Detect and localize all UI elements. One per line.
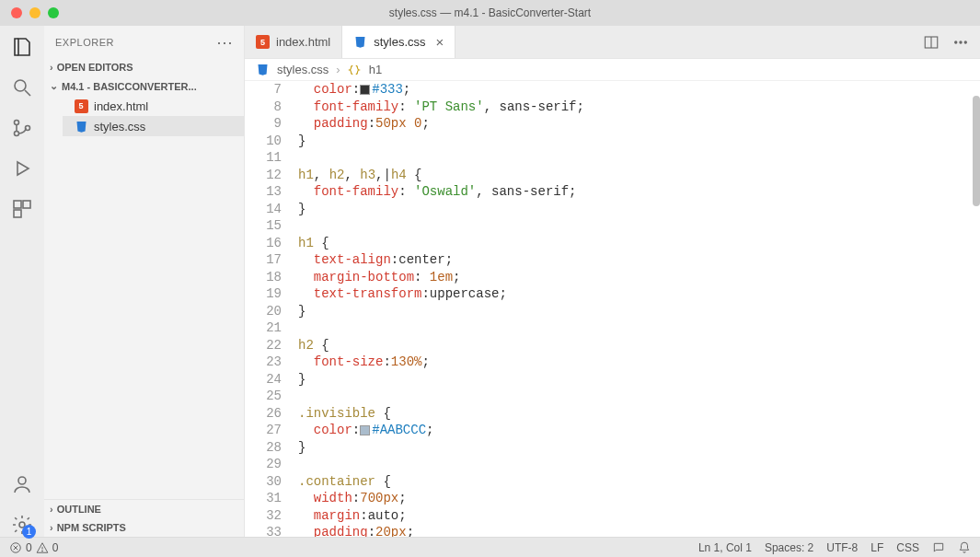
- run-debug-icon[interactable]: [10, 157, 34, 180]
- status-eol[interactable]: LF: [870, 541, 883, 554]
- title-bar: styles.css — m4.1 - BasicConverter-Start: [0, 0, 980, 26]
- tab-label: styles.css: [374, 35, 425, 49]
- svg-rect-8: [14, 210, 21, 217]
- sidebar-title: EXPLORER: [55, 37, 114, 48]
- tab-styles-css[interactable]: styles.css ×: [342, 26, 455, 58]
- status-cursor-position[interactable]: Ln 1, Col 1: [698, 541, 752, 554]
- code-content[interactable]: color:#333; font-family: 'PT Sans', sans…: [298, 81, 980, 537]
- file-label: styles.css: [94, 120, 145, 133]
- editor-group: 5 index.html styles.css ×: [245, 26, 980, 537]
- npm-scripts-label: NPM SCRIPTS: [57, 522, 126, 533]
- chevron-down-icon: ⌄: [50, 80, 58, 92]
- breadcrumb-symbol[interactable]: h1: [369, 63, 382, 76]
- outline-section[interactable]: › OUTLINE: [44, 500, 244, 518]
- account-icon[interactable]: [10, 472, 34, 496]
- status-encoding[interactable]: UTF-8: [826, 541, 858, 554]
- symbol-icon: [348, 63, 362, 76]
- notifications-icon[interactable]: [958, 541, 971, 554]
- svg-point-14: [960, 41, 962, 42]
- breadcrumb-file[interactable]: styles.css: [277, 63, 329, 76]
- chevron-right-icon: ›: [50, 522, 53, 533]
- css-file-icon: [256, 63, 270, 76]
- svg-point-15: [964, 41, 966, 42]
- explorer-icon[interactable]: [10, 35, 34, 59]
- svg-point-13: [955, 41, 957, 42]
- open-editors-section[interactable]: › OPEN EDITORS: [44, 58, 244, 76]
- html-file-icon: 5: [75, 99, 88, 113]
- status-bar: 0 0 Ln 1, Col 1 Spaces: 2 UTF-8 LF CSS: [0, 537, 980, 557]
- open-editors-label: OPEN EDITORS: [57, 62, 133, 73]
- svg-rect-6: [14, 201, 21, 208]
- close-tab-icon[interactable]: ×: [436, 34, 444, 50]
- outline-label: OUTLINE: [57, 504, 101, 515]
- extensions-icon[interactable]: [10, 197, 34, 221]
- svg-marker-5: [17, 162, 29, 175]
- tab-label: index.html: [276, 35, 330, 49]
- file-item-styles-css[interactable]: styles.css: [63, 116, 244, 136]
- folder-name: M4.1 - BASICCONVERTER...: [62, 81, 197, 92]
- npm-scripts-section[interactable]: › NPM SCRIPTS: [44, 518, 244, 537]
- status-indentation[interactable]: Spaces: 2: [765, 541, 813, 554]
- svg-point-9: [18, 477, 26, 484]
- source-control-icon[interactable]: [10, 116, 34, 140]
- sidebar: EXPLORER ⋯ › OPEN EDITORS ⌄ M4.1 - BASIC…: [44, 26, 245, 537]
- svg-point-3: [15, 132, 19, 136]
- file-item-index-html[interactable]: 5 index.html: [63, 96, 244, 116]
- svg-line-1: [25, 90, 30, 96]
- scrollbar-thumb[interactable]: [973, 96, 980, 206]
- activity-bar: 1: [0, 26, 44, 537]
- tab-index-html[interactable]: 5 index.html: [245, 26, 342, 58]
- more-actions-icon[interactable]: [952, 34, 969, 51]
- status-problems[interactable]: 0 0: [9, 541, 58, 554]
- error-icon: [9, 541, 22, 554]
- svg-point-20: [41, 551, 42, 551]
- split-editor-icon[interactable]: [923, 34, 940, 51]
- chevron-right-icon: ›: [50, 504, 53, 515]
- sidebar-more-icon[interactable]: ⋯: [216, 34, 234, 51]
- feedback-icon[interactable]: [932, 541, 945, 554]
- css-file-icon: [353, 35, 367, 49]
- line-number-gutter: 7891011121314151617181920212223242526272…: [245, 81, 298, 537]
- breadcrumb[interactable]: styles.css › h1: [245, 59, 980, 81]
- svg-point-0: [15, 80, 26, 91]
- settings-badge: 1: [22, 525, 36, 539]
- search-icon[interactable]: [10, 75, 34, 99]
- status-language[interactable]: CSS: [896, 541, 919, 554]
- warning-icon: [36, 541, 49, 554]
- code-editor[interactable]: 7891011121314151617181920212223242526272…: [245, 81, 980, 537]
- svg-rect-7: [23, 201, 30, 208]
- svg-point-2: [15, 121, 19, 125]
- html-file-icon: 5: [256, 35, 270, 49]
- css-file-icon: [74, 119, 88, 133]
- chevron-right-icon: ›: [336, 63, 340, 76]
- file-label: index.html: [94, 99, 148, 113]
- chevron-right-icon: ›: [50, 62, 53, 73]
- tab-bar: 5 index.html styles.css ×: [245, 26, 980, 59]
- window-title: styles.css — m4.1 - BasicConverter-Start: [0, 6, 980, 19]
- folder-section[interactable]: ⌄ M4.1 - BASICCONVERTER...: [44, 76, 244, 96]
